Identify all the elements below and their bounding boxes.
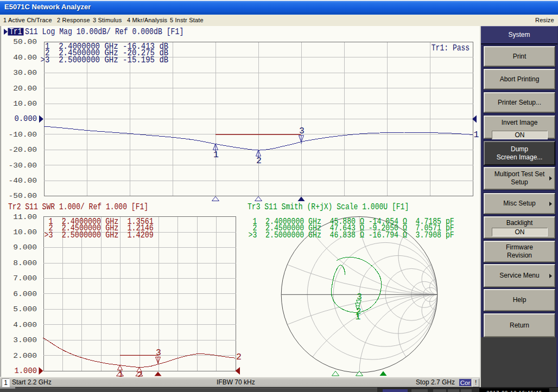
svg-text:2: 2 [137,370,143,378]
svg-text:10.00: 10.00 [13,228,37,236]
svg-text:40.00: 40.00 [13,54,37,62]
svg-text:>3 2.5000000 GHz -15.195 dB: >3 2.5000000 GHz -15.195 dB [41,55,169,65]
svg-text:8.000: 8.000 [13,259,37,267]
svg-text:Tr1: Tr1 [10,27,22,37]
svg-text:Tr1: Pass: Tr1: Pass [432,43,470,53]
svg-text:3.000: 3.000 [13,336,37,344]
svg-text:1.000: 1.000 [15,367,37,376]
svg-text:7.000: 7.000 [13,274,37,282]
svg-text:1: 1 [356,312,361,322]
svg-text:0.000: 0.000 [15,114,37,124]
svg-text:-40.00: -40.00 [9,177,37,185]
svg-text:5.000: 5.000 [13,305,37,313]
svg-text:Tr3 S11 Smith (R+jX) Scale 1.0: Tr3 S11 Smith (R+jX) Scale 1.000U [F1] [248,202,409,212]
svg-text:4.000: 4.000 [13,321,37,329]
svg-text:2.000: 2.000 [13,352,37,360]
svg-text:Tr2 S11 SWR 1.000/ Ref 1.000 [: Tr2 S11 SWR 1.000/ Ref 1.000 [F1] [8,202,148,212]
svg-text:30.00: 30.00 [13,69,37,77]
svg-text:-10.00: -10.00 [9,131,37,139]
svg-text:50.00: 50.00 [13,38,37,46]
svg-text:-20.00: -20.00 [9,146,37,154]
svg-text:S11 Log Mag 10.00dB/ Ref 0.000: S11 Log Mag 10.00dB/ Ref 0.000dB [F1] [25,27,183,37]
svg-text:3: 3 [299,126,305,136]
svg-text:3: 3 [156,348,161,358]
svg-text:1: 1 [213,150,219,160]
svg-text:9.000: 9.000 [13,243,37,252]
svg-text:-50.00: -50.00 [9,192,37,200]
svg-text:2: 2 [256,156,262,166]
svg-text:>3 2.5000000 GHz 46.838 Ω -1: >3 2.5000000 GHz 46.838 Ω -16.794 Ω 3.79… [249,230,454,240]
svg-text:20.00: 20.00 [13,85,37,93]
svg-text:3: 3 [357,292,362,302]
svg-text:>3 2.5000000 GHz 1.4209: >3 2.5000000 GHz 1.4209 [45,230,154,240]
svg-text:1: 1 [474,130,479,140]
svg-text:11.00: 11.00 [13,213,37,221]
svg-text:6.000: 6.000 [13,290,37,298]
svg-text:2: 2 [236,352,242,362]
svg-text:-30.00: -30.00 [9,162,37,170]
svg-text:1: 1 [118,370,124,378]
svg-text:10.00: 10.00 [13,100,37,108]
